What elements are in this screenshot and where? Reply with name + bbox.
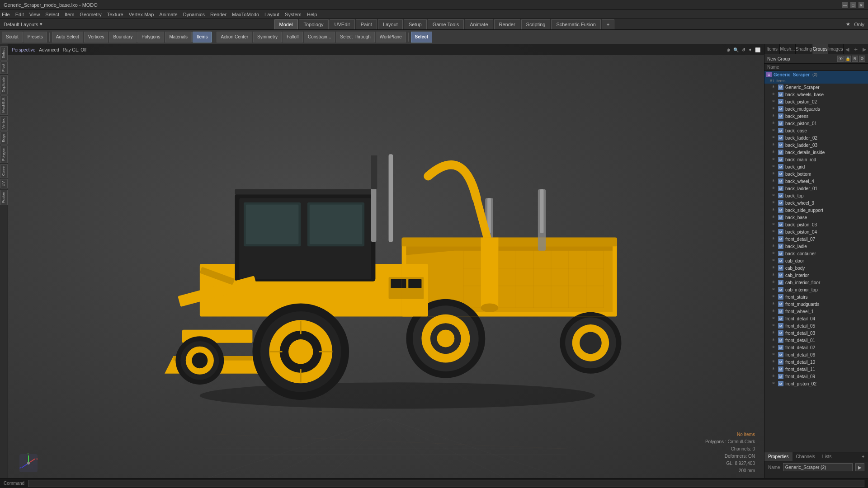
eye-icon[interactable]: 👁 (772, 345, 776, 350)
eye-icon[interactable]: 👁 (772, 309, 776, 314)
scene-root-item[interactable]: G Generic_Scraper (2) (764, 71, 868, 78)
list-item[interactable]: 👁 M cab_door (764, 257, 868, 264)
eye-icon[interactable]: 👁 (772, 230, 776, 234)
falloff-button[interactable]: Falloff (283, 32, 303, 42)
eye-icon[interactable]: 👁 (772, 266, 776, 270)
tab-topology[interactable]: Topology (299, 19, 329, 29)
viewport-icon-2[interactable]: 🔍 (733, 47, 739, 52)
eye-icon[interactable]: 👁 (772, 85, 776, 89)
rpanel-tab-scroll-right[interactable]: ▶ (861, 44, 868, 54)
list-item[interactable]: 👁 M front_detail_01 (764, 337, 868, 344)
vertices-button[interactable]: Vertices (84, 32, 108, 42)
menu-edit[interactable]: Edit (15, 12, 24, 17)
sidebar-tab-select[interactable]: Select (0, 46, 8, 61)
eye-icon[interactable]: 👁 (772, 244, 776, 249)
eye-icon[interactable]: 👁 (772, 302, 776, 306)
eye-icon[interactable]: 👁 (772, 201, 776, 205)
eye-icon[interactable]: 👁 (772, 150, 776, 155)
items-list[interactable]: 👁 M Generic_Scraper 👁 M back_wheels_base… (764, 84, 868, 452)
eye-icon[interactable]: 👁 (772, 172, 776, 176)
list-item[interactable]: 👁 M back_piston_03 (764, 221, 868, 228)
viewport-icon-4[interactable]: ✦ (748, 47, 752, 52)
eye-icon[interactable]: 👁 (772, 237, 776, 241)
rpanel-tab-images[interactable]: Images (828, 44, 844, 54)
menu-layout[interactable]: Layout (264, 12, 279, 17)
eye-icon[interactable]: 👁 (772, 128, 776, 133)
command-input[interactable] (28, 480, 864, 487)
tab-paint[interactable]: Paint (356, 19, 377, 29)
list-item[interactable]: 👁 M front_stairs (764, 293, 868, 300)
select-through-button[interactable]: Select Through (336, 32, 375, 42)
list-item[interactable]: 👁 M back_piston_02 (764, 98, 868, 105)
list-item[interactable]: 👁 M Generic_Scraper (764, 84, 868, 91)
window-controls[interactable]: — □ ✕ (842, 2, 864, 8)
list-item[interactable]: 👁 M back_container (764, 250, 868, 257)
rpanel-tab-mesh[interactable]: Mesh... (780, 44, 795, 54)
list-item[interactable]: 👁 M front_detail_10 (764, 358, 868, 366)
list-item[interactable]: 👁 M back_ladder_01 (764, 185, 868, 192)
sidebar-tab-vertex[interactable]: Vertex (0, 116, 8, 131)
select-button[interactable]: Select (411, 32, 432, 42)
sidebar-tab-fusion[interactable]: Fusion (0, 190, 8, 205)
eye-icon[interactable]: 👁 (772, 258, 776, 263)
list-item[interactable]: 👁 M front_mudguards (764, 300, 868, 308)
menu-help[interactable]: Help (307, 12, 317, 17)
eye-icon[interactable]: 👁 (772, 352, 776, 357)
tab-render[interactable]: Render (494, 19, 520, 29)
rpanel-tab-add[interactable]: + (851, 44, 861, 54)
eye-icon[interactable]: 👁 (772, 92, 776, 97)
menu-item[interactable]: Item (65, 12, 74, 17)
list-item[interactable]: 👁 M back_case (764, 127, 868, 134)
action-center-button[interactable]: Action Center (217, 32, 252, 42)
name-field-input[interactable] (783, 463, 853, 471)
list-item[interactable]: 👁 M back_main_rod (764, 156, 868, 163)
rpanel-tab-shading[interactable]: Shading (796, 44, 813, 54)
advanced-label[interactable]: Advanced (39, 47, 59, 52)
close-button[interactable]: ✕ (858, 2, 864, 8)
eye-icon[interactable]: 👁 (772, 208, 776, 212)
bpanel-tab-add[interactable]: + (858, 452, 868, 461)
tab-setup[interactable]: Setup (404, 19, 427, 29)
list-item[interactable]: 👁 M back_ladder_03 (764, 141, 868, 149)
list-item[interactable]: 👁 M back_wheel_3 (764, 199, 868, 206)
group-icon-eye[interactable]: 👁 (837, 56, 844, 62)
list-item[interactable]: 👁 M front_piston_02 (764, 380, 868, 387)
eye-icon[interactable]: 👁 (772, 186, 776, 191)
menu-vertex-map[interactable]: Vertex Map (129, 12, 154, 17)
eye-icon[interactable]: 👁 (772, 136, 776, 140)
rpanel-tab-groups[interactable]: Groups (812, 44, 828, 54)
layout-selector[interactable]: Default Layouts ▾ (4, 21, 42, 27)
sidebar-tab-edge[interactable]: Edge (0, 131, 8, 145)
eye-icon[interactable]: 👁 (772, 143, 776, 147)
eye-icon[interactable]: 👁 (772, 287, 776, 292)
eye-icon[interactable]: 👁 (772, 381, 776, 386)
list-item[interactable]: 👁 M cab_interior_floor (764, 279, 868, 286)
list-item[interactable]: 👁 M back_grid (764, 163, 868, 170)
eye-icon[interactable]: 👁 (772, 251, 776, 256)
menu-dynamics[interactable]: Dynamics (183, 12, 205, 17)
presets-button[interactable]: Presets (24, 32, 47, 42)
menu-geometry[interactable]: Geometry (80, 12, 101, 17)
list-item[interactable]: 👁 M back_piston_01 (764, 120, 868, 127)
list-item[interactable]: 👁 M back_top (764, 192, 868, 199)
list-item[interactable]: 👁 M back_press (764, 113, 868, 120)
viewport-icon-1[interactable]: ⊕ (726, 47, 730, 52)
list-item[interactable]: 👁 M front_detail_06 (764, 351, 868, 358)
sidebar-tab-curve[interactable]: Curve (0, 164, 8, 178)
tab-schematic-fusion[interactable]: Schematic Fusion (551, 19, 600, 29)
eye-icon[interactable]: 👁 (772, 193, 776, 198)
raygl-label[interactable]: Ray GL: Off (63, 47, 87, 52)
minimize-button[interactable]: — (842, 2, 848, 8)
layout-label[interactable]: Default Layouts (4, 22, 38, 27)
sidebar-tab-pivot[interactable]: Pivot (0, 61, 8, 74)
menu-view[interactable]: View (29, 12, 40, 17)
list-item[interactable]: 👁 M back_piston_04 (764, 228, 868, 235)
tab-game-tools[interactable]: Game Tools (428, 19, 464, 29)
list-item[interactable]: 👁 M back_wheel_4 (764, 178, 868, 185)
tab-uvedit[interactable]: UVEdit (330, 19, 355, 29)
viewport-icon-5[interactable]: ⬜ (755, 47, 760, 52)
list-item[interactable]: 👁 M cab_interior (764, 272, 868, 279)
viewport[interactable]: Perspective Advanced Ray GL: Off ⊕ 🔍 ↺ ✦… (8, 44, 764, 488)
eye-icon[interactable]: 👁 (772, 99, 776, 104)
rpanel-tab-scroll-left[interactable]: ◀ (844, 44, 851, 54)
